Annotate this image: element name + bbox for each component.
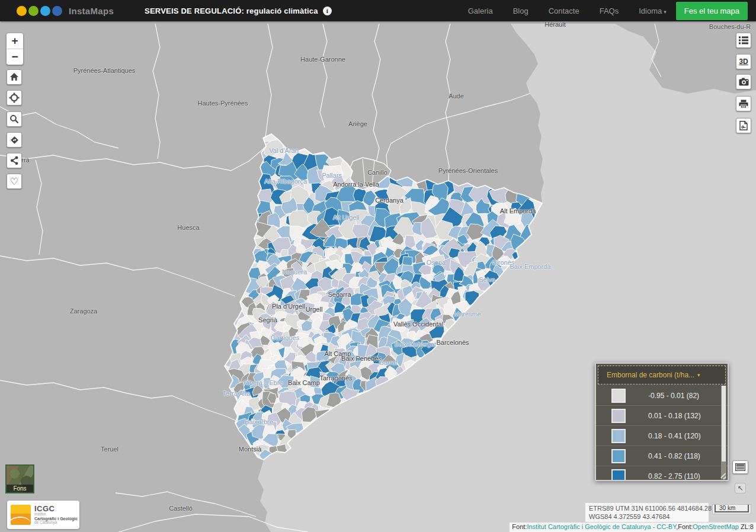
attribution-icgc-link[interactable]: Institut Cartogràfic i Geològic de Catal…	[527, 523, 676, 530]
attribution: Font:Institut Cartogràfic i Geològic de …	[510, 523, 756, 532]
layers-list-button[interactable]	[736, 33, 751, 48]
brand-name: InstaMaps	[69, 6, 114, 16]
legend-toggle-button[interactable]	[732, 460, 748, 474]
legend-row[interactable]: 0.18 - 0.41 (120)	[596, 426, 728, 446]
chevron-down-icon: ▾	[697, 372, 700, 378]
arrow-up-left-icon: ↖	[737, 483, 743, 493]
export-pdf-button[interactable]	[736, 118, 751, 133]
pdf-icon	[739, 121, 748, 130]
legend-swatch	[611, 389, 626, 403]
scale-control: 30 km	[712, 504, 751, 514]
legend-swatch	[611, 469, 626, 482]
legend-scrollbar[interactable]	[721, 386, 726, 479]
basemap-selector-label: Fons	[7, 485, 33, 492]
zoom-out-button[interactable]: −	[7, 49, 23, 65]
legend-swatch	[611, 409, 626, 423]
icgc-logo[interactable]: ICGC Institut Cartogràfic i Geològic de …	[7, 501, 79, 529]
share-icon	[9, 156, 19, 165]
scale-label: 30 km	[715, 505, 749, 512]
icgc-name: ICGC	[34, 505, 78, 513]
locate-button[interactable]	[7, 90, 22, 105]
scrollbar-thumb[interactable]	[722, 386, 726, 462]
search-button[interactable]	[7, 111, 22, 127]
legend-window-icon	[735, 463, 745, 471]
screenshot-button[interactable]	[736, 74, 751, 89]
crosshair-icon	[9, 92, 20, 103]
home-icon	[9, 72, 19, 82]
legend-header[interactable]: Embornal de carboni (t/ha... ▾	[598, 366, 726, 384]
nav-galeria[interactable]: Galeria	[468, 7, 493, 15]
share-button[interactable]	[7, 153, 22, 168]
legend-row[interactable]: 0.01 - 0.18 (132)	[596, 406, 728, 426]
top-bar: InstaMaps SERVEIS DE REGULACIÓ: regulaci…	[0, 0, 756, 21]
nav-idioma[interactable]: Idioma▾	[639, 7, 667, 15]
legend-row[interactable]: -0.95 - 0.01 (82)	[596, 386, 728, 406]
coordinates-display: ETRS89 UTM 31N 611006.56 4814684.28 WGS8…	[585, 503, 709, 522]
collapse-panel-button[interactable]: ↖	[735, 483, 746, 493]
info-icon[interactable]: i	[323, 7, 332, 15]
logo-dot-icon	[17, 6, 27, 16]
legend-panel: Embornal de carboni (t/ha... ▾ -0.95 - 0…	[595, 363, 729, 481]
3d-icon: 3D	[739, 57, 748, 66]
camera-icon	[739, 78, 749, 86]
nav-blog[interactable]: Blog	[513, 7, 528, 15]
chevron-down-icon: ▾	[664, 9, 667, 15]
legend-resize-handle[interactable]	[719, 472, 726, 479]
nav-contacte[interactable]: Contacte	[549, 7, 579, 15]
directions-button[interactable]	[7, 132, 22, 148]
page-title: SERVEIS DE REGULACIÓ: regulació climàtic…	[145, 7, 318, 15]
legend-swatch	[611, 449, 626, 463]
legend-row[interactable]: 0.82 - 2.75 (110)	[596, 466, 728, 481]
nav-faqs[interactable]: FAQs	[600, 7, 619, 15]
legend-title: Embornal de carboni (t/ha...	[607, 371, 694, 379]
heart-icon: ♡	[10, 176, 18, 187]
instamaps-logo[interactable]: InstaMaps	[17, 6, 114, 16]
logo-dot-icon	[40, 6, 50, 16]
list-icon	[739, 36, 748, 44]
view-3d-button[interactable]: 3D	[736, 54, 751, 69]
directions-icon	[9, 135, 20, 145]
coords-utm: ETRS89 UTM 31N 611006.56 4814684.28	[589, 504, 705, 512]
basemap-selector-button[interactable]: Fons	[5, 464, 34, 493]
coords-wgs84: WGS84 4.372559 43.47684	[589, 512, 705, 521]
legend-swatch	[611, 429, 626, 443]
logo-dot-icon	[28, 6, 39, 16]
favorite-button[interactable]: ♡	[7, 174, 22, 189]
search-icon	[9, 114, 19, 124]
zoom-in-button[interactable]: +	[7, 33, 23, 49]
printer-icon	[739, 100, 748, 108]
logo-dot-icon	[52, 6, 62, 16]
legend-row[interactable]: 0.41 - 0.82 (118)	[596, 446, 728, 466]
print-button[interactable]	[736, 96, 751, 111]
main-nav: Galeria Blog Contacte FAQs Idioma▾	[468, 7, 667, 15]
make-your-map-button[interactable]: Fes el teu mapa	[676, 2, 748, 20]
zoom-control: + −	[6, 33, 24, 65]
icgc-logo-mark-icon	[11, 505, 31, 525]
home-button[interactable]	[7, 69, 22, 85]
legend-rows: -0.95 - 0.01 (82) 0.01 - 0.18 (132) 0.18…	[596, 386, 728, 481]
attribution-osm-link[interactable]: OpenStreetMap	[693, 523, 739, 530]
